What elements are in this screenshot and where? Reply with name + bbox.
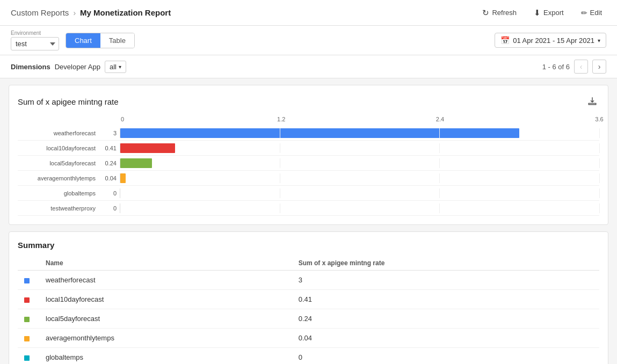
chart-bar-container xyxy=(120,143,599,153)
x-label-3: 3.6 xyxy=(595,116,603,122)
env-label: Environment xyxy=(11,30,59,36)
chart-row-value: 0.24 xyxy=(101,160,120,166)
dimension-name: Developer App xyxy=(55,63,100,71)
toolbar-left: Environment test Chart Table xyxy=(11,30,135,50)
edit-button[interactable]: ✏ Edit xyxy=(577,6,606,19)
filter-value: all xyxy=(110,63,117,71)
row-value-cell: 0.24 xyxy=(292,309,599,329)
header: Custom Reports › My Monetization Report … xyxy=(0,0,617,26)
table-row: local5dayforecast 0.24 xyxy=(18,309,599,329)
col-color xyxy=(18,256,39,271)
chart-bar xyxy=(120,158,152,168)
x-label-1: 1.2 xyxy=(277,116,285,122)
color-indicator xyxy=(24,297,30,303)
row-name-cell: globaltemps xyxy=(39,348,292,365)
table-row: globaltemps 0 xyxy=(18,348,599,365)
chart-bar-container xyxy=(120,173,599,183)
chart-row-label: weatherforecast xyxy=(18,130,101,136)
chart-row-label: averagemonthlytemps xyxy=(18,175,101,181)
toolbar: Environment test Chart Table 📅 01 Apr 20… xyxy=(0,26,617,55)
table-row: local10dayforecast 0.41 xyxy=(18,290,599,309)
date-range-button[interactable]: 📅 01 Apr 2021 - 15 Apr 2021 ▾ xyxy=(495,33,606,48)
chart-card: Sum of x apigee mintng rate 0 1.2 2.4 3.… xyxy=(9,85,608,225)
chart-row-label: testweatherproxy xyxy=(18,205,101,212)
tab-table[interactable]: Table xyxy=(100,33,134,48)
summary-body: weatherforecast 3 local10dayforecast 0.4… xyxy=(18,271,599,365)
dimensions-left: Dimensions Developer App all ▾ xyxy=(11,61,126,73)
color-indicator xyxy=(24,278,30,283)
col-value-header: Sum of x apigee mintng rate xyxy=(292,256,599,271)
row-color-cell xyxy=(18,290,39,309)
table-row: averagemonthlytemps 0.04 xyxy=(18,329,599,348)
table-row: weatherforecast 3 xyxy=(18,271,599,290)
breadcrumb-current: My Monetization Report xyxy=(80,8,171,17)
export-button[interactable]: ⬇ Export xyxy=(529,6,568,20)
chart-area: 0 1.2 2.4 3.6 weatherforecast 3 local10d… xyxy=(18,116,599,216)
chart-row: weatherforecast 3 xyxy=(18,126,599,141)
summary-title: Summary xyxy=(18,241,599,250)
chart-row: averagemonthlytemps 0.04 xyxy=(18,171,599,186)
row-name-cell: local10dayforecast xyxy=(39,290,292,309)
chart-rows: weatherforecast 3 local10dayforecast 0.4… xyxy=(18,126,599,216)
chart-title: Sum of x apigee mintng rate xyxy=(18,97,119,106)
main-content: Sum of x apigee mintng rate 0 1.2 2.4 3.… xyxy=(0,78,617,364)
pagination-text: 1 - 6 of 6 xyxy=(542,63,570,71)
dimensions-label: Dimensions xyxy=(11,63,50,71)
tab-chart[interactable]: Chart xyxy=(66,33,100,48)
row-value-cell: 3 xyxy=(292,271,599,290)
color-indicator xyxy=(24,336,30,341)
chart-card-header: Sum of x apigee mintng rate xyxy=(18,94,599,110)
refresh-button[interactable]: ↻ Refresh xyxy=(478,6,521,20)
chart-row: local5dayforecast 0.24 xyxy=(18,156,599,171)
chart-bar xyxy=(120,173,126,183)
chevron-down-icon: ▾ xyxy=(119,64,121,70)
row-name-cell: weatherforecast xyxy=(39,271,292,290)
edit-icon: ✏ xyxy=(581,9,587,17)
pagination-prev[interactable]: ‹ xyxy=(574,60,588,74)
x-label-2: 2.4 xyxy=(436,116,444,122)
row-value-cell: 0.04 xyxy=(292,329,599,348)
row-value-cell: 0 xyxy=(292,348,599,365)
pagination-next[interactable]: › xyxy=(592,60,606,74)
export-icon: ⬇ xyxy=(534,8,541,18)
chart-bar-container xyxy=(120,128,599,138)
dimension-filter[interactable]: all ▾ xyxy=(105,61,126,73)
row-name-cell: local5dayforecast xyxy=(39,309,292,329)
pagination: 1 - 6 of 6 ‹ › xyxy=(542,60,606,74)
chart-row: testweatherproxy 0 xyxy=(18,201,599,216)
chart-bar-container xyxy=(120,188,599,198)
chart-bar xyxy=(120,128,519,138)
x-label-0: 0 xyxy=(121,116,124,122)
refresh-icon: ↻ xyxy=(482,8,489,18)
calendar-icon: 📅 xyxy=(500,36,510,45)
chart-row-value: 0.04 xyxy=(101,175,120,181)
chevron-down-icon: ▾ xyxy=(598,38,600,43)
chart-row-value: 0.41 xyxy=(101,145,120,151)
row-color-cell xyxy=(18,329,39,348)
date-range-text: 01 Apr 2021 - 15 Apr 2021 xyxy=(513,37,594,45)
color-indicator xyxy=(24,355,30,361)
dimensions-bar: Dimensions Developer App all ▾ 1 - 6 of … xyxy=(0,55,617,78)
chart-row: local10dayforecast 0.41 xyxy=(18,141,599,156)
chart-bar-container xyxy=(120,203,599,213)
breadcrumb-separator: › xyxy=(73,9,76,17)
x-axis: 0 1.2 2.4 3.6 xyxy=(122,116,599,126)
env-select-input[interactable]: test xyxy=(11,37,59,50)
summary-table: Name Sum of x apigee mintng rate weather… xyxy=(18,256,599,364)
breadcrumb: Custom Reports › My Monetization Report xyxy=(11,8,171,17)
row-value-cell: 0.41 xyxy=(292,290,599,309)
row-color-cell xyxy=(18,309,39,329)
environment-selector: Environment test xyxy=(11,30,59,50)
row-color-cell xyxy=(18,348,39,365)
color-indicator xyxy=(24,317,30,322)
chart-row-label: local5dayforecast xyxy=(18,160,101,166)
toolbar-right: 📅 01 Apr 2021 - 15 Apr 2021 ▾ xyxy=(495,33,606,48)
chart-row-label: globaltemps xyxy=(18,190,101,196)
view-tab-group: Chart Table xyxy=(66,33,135,48)
chart-download-button[interactable] xyxy=(585,94,599,110)
chart-row-value: 3 xyxy=(101,130,120,136)
breadcrumb-parent[interactable]: Custom Reports xyxy=(11,8,69,17)
row-name-cell: averagemonthlytemps xyxy=(39,329,292,348)
col-name-header: Name xyxy=(39,256,292,271)
chart-row-label: local10dayforecast xyxy=(18,145,101,151)
